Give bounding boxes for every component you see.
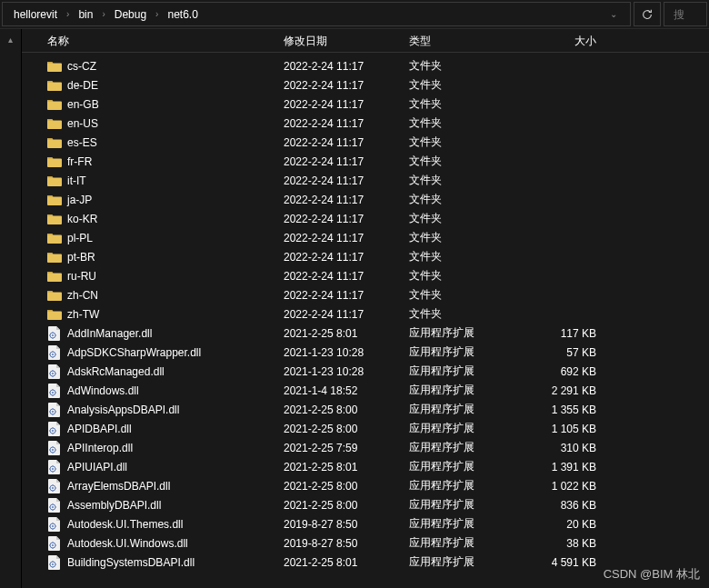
- dll-file-icon: [47, 422, 62, 436]
- cell-date: 2022-2-24 11:17: [284, 155, 409, 168]
- cell-date: 2021-1-23 10:28: [284, 346, 409, 359]
- cell-type: 文件夹: [409, 268, 518, 284]
- cell-type: 应用程序扩展: [409, 459, 518, 474]
- cell-size: 836 KB: [518, 499, 609, 512]
- table-row[interactable]: fr-FR2022-2-24 11:17文件夹: [22, 152, 709, 171]
- cell-name: Autodesk.UI.Windows.dll: [47, 536, 284, 551]
- table-row[interactable]: pt-BR2022-2-24 11:17文件夹: [22, 247, 709, 266]
- cell-size: 57 KB: [518, 346, 609, 359]
- file-name: Autodesk.UI.Windows.dll: [67, 537, 188, 550]
- file-name: APIDBAPI.dll: [67, 423, 132, 435]
- file-name: en-US: [67, 117, 98, 130]
- folder-icon: [47, 154, 62, 169]
- table-row[interactable]: ru-RU2022-2-24 11:17文件夹: [22, 266, 709, 285]
- header-size[interactable]: 大小: [518, 34, 609, 49]
- table-row[interactable]: ja-JP2022-2-24 11:17文件夹: [22, 190, 709, 209]
- file-name: cs-CZ: [67, 60, 96, 73]
- cell-date: 2019-8-27 8:50: [284, 537, 409, 550]
- cell-type: 文件夹: [409, 192, 518, 207]
- folder-icon: [47, 231, 62, 245]
- cell-name: APIUIAPI.dll: [47, 460, 284, 474]
- table-row[interactable]: AssemblyDBAPI.dll2021-2-25 8:00应用程序扩展836…: [22, 495, 709, 514]
- dll-file-icon: [47, 403, 62, 417]
- table-row[interactable]: APIUIAPI.dll2021-2-25 8:01应用程序扩展1 391 KB: [22, 457, 709, 476]
- table-row[interactable]: APIInterop.dll2021-2-25 7:59应用程序扩展310 KB: [22, 438, 709, 457]
- cell-type: 文件夹: [409, 115, 518, 131]
- breadcrumb[interactable]: hellorevit › bin › Debug › net6.0 ⌄: [2, 2, 631, 26]
- folder-icon: [47, 307, 62, 322]
- table-row[interactable]: pl-PL2022-2-24 11:17文件夹: [22, 228, 709, 247]
- table-row[interactable]: Autodesk.UI.Themes.dll2019-8-27 8:50应用程序…: [22, 514, 709, 533]
- refresh-icon: [641, 8, 654, 21]
- cell-name: AdWindows.dll: [47, 384, 284, 398]
- cell-date: 2022-2-24 11:17: [284, 194, 409, 206]
- table-row[interactable]: AnalysisAppsDBAPI.dll2021-2-25 8:00应用程序扩…: [22, 400, 709, 419]
- table-row[interactable]: APIDBAPI.dll2021-2-25 8:00应用程序扩展1 105 KB: [22, 419, 709, 438]
- cell-date: 2021-1-23 10:28: [284, 365, 409, 378]
- cell-date: 2021-2-25 8:00: [284, 480, 409, 493]
- tree-gutter[interactable]: ▴: [0, 29, 22, 588]
- file-name: ja-JP: [67, 194, 92, 206]
- folder-icon: [47, 135, 62, 150]
- table-row[interactable]: en-GB2022-2-24 11:17文件夹: [22, 95, 709, 114]
- svg-point-27: [52, 563, 54, 565]
- cell-name: en-US: [47, 116, 284, 131]
- cell-type: 文件夹: [409, 306, 518, 322]
- breadcrumb-item[interactable]: hellorevit: [10, 6, 61, 23]
- svg-point-21: [52, 506, 54, 508]
- cell-name: pl-PL: [47, 231, 284, 245]
- cell-type: 应用程序扩展: [409, 364, 518, 379]
- breadcrumb-item[interactable]: bin: [75, 6, 96, 23]
- table-row[interactable]: en-US2022-2-24 11:17文件夹: [22, 114, 709, 133]
- header-date[interactable]: 修改日期: [284, 34, 409, 49]
- file-name: ko-KR: [67, 213, 97, 225]
- table-row[interactable]: AddInManager.dll2021-2-25 8:01应用程序扩展117 …: [22, 324, 709, 343]
- chevron-right-icon: ›: [154, 9, 160, 19]
- table-row[interactable]: BuildingSystemsDBAPI.dll2021-2-25 8:01应用…: [22, 553, 709, 572]
- table-row[interactable]: zh-CN2022-2-24 11:17文件夹: [22, 285, 709, 304]
- table-row[interactable]: AdskRcManaged.dll2021-1-23 10:28应用程序扩展69…: [22, 362, 709, 381]
- svg-point-13: [52, 430, 54, 432]
- file-name: pt-BR: [67, 251, 95, 264]
- file-name: AdpSDKCSharpWrapper.dll: [67, 346, 201, 359]
- cell-type: 应用程序扩展: [409, 344, 518, 360]
- table-row[interactable]: ko-KR2022-2-24 11:17文件夹: [22, 209, 709, 228]
- file-name: Autodesk.UI.Themes.dll: [67, 518, 183, 531]
- chevron-down-icon[interactable]: ⌄: [604, 9, 623, 19]
- table-row[interactable]: de-DE2022-2-24 11:17文件夹: [22, 75, 709, 95]
- svg-point-11: [52, 411, 54, 413]
- table-row[interactable]: ArrayElemsDBAPI.dll2021-2-25 8:00应用程序扩展1…: [22, 476, 709, 495]
- cell-date: 2019-8-27 8:50: [284, 518, 409, 531]
- table-row[interactable]: AdWindows.dll2021-1-4 18:52应用程序扩展2 291 K…: [22, 381, 709, 400]
- table-row[interactable]: zh-TW2022-2-24 11:17文件夹: [22, 304, 709, 324]
- folder-icon: [47, 193, 62, 207]
- table-row[interactable]: cs-CZ2022-2-24 11:17文件夹: [22, 56, 709, 75]
- cell-date: 2022-2-24 11:17: [284, 136, 409, 149]
- cell-type: 应用程序扩展: [409, 535, 518, 551]
- cell-type: 应用程序扩展: [409, 554, 518, 570]
- header-name[interactable]: 名称: [47, 34, 284, 49]
- cell-name: AnalysisAppsDBAPI.dll: [47, 403, 284, 417]
- cell-name: AddInManager.dll: [47, 326, 284, 341]
- refresh-button[interactable]: [634, 2, 661, 26]
- table-row[interactable]: AdpSDKCSharpWrapper.dll2021-1-23 10:28应用…: [22, 343, 709, 362]
- search-input[interactable]: [674, 8, 701, 21]
- file-list: 名称 修改日期 类型 大小 cs-CZ2022-2-24 11:17文件夹de-…: [22, 29, 709, 588]
- file-name: de-DE: [67, 79, 98, 92]
- svg-point-25: [52, 544, 54, 546]
- breadcrumb-item[interactable]: net6.0: [164, 6, 201, 23]
- header-type[interactable]: 类型: [409, 34, 518, 49]
- table-row[interactable]: Autodesk.UI.Windows.dll2019-8-27 8:50应用程…: [22, 533, 709, 553]
- table-row[interactable]: it-IT2022-2-24 11:17文件夹: [22, 171, 709, 190]
- table-row[interactable]: es-ES2022-2-24 11:17文件夹: [22, 133, 709, 152]
- chevron-right-icon: ›: [65, 9, 71, 19]
- cell-type: 应用程序扩展: [409, 402, 518, 417]
- svg-point-23: [52, 525, 54, 527]
- cell-type: 文件夹: [409, 287, 518, 303]
- search-box[interactable]: [664, 2, 707, 26]
- file-name: AddInManager.dll: [67, 327, 152, 340]
- cell-date: 2022-2-24 11:17: [284, 79, 409, 92]
- cell-name: Autodesk.UI.Themes.dll: [47, 517, 284, 532]
- cell-name: zh-CN: [47, 288, 284, 303]
- breadcrumb-item[interactable]: Debug: [111, 6, 150, 23]
